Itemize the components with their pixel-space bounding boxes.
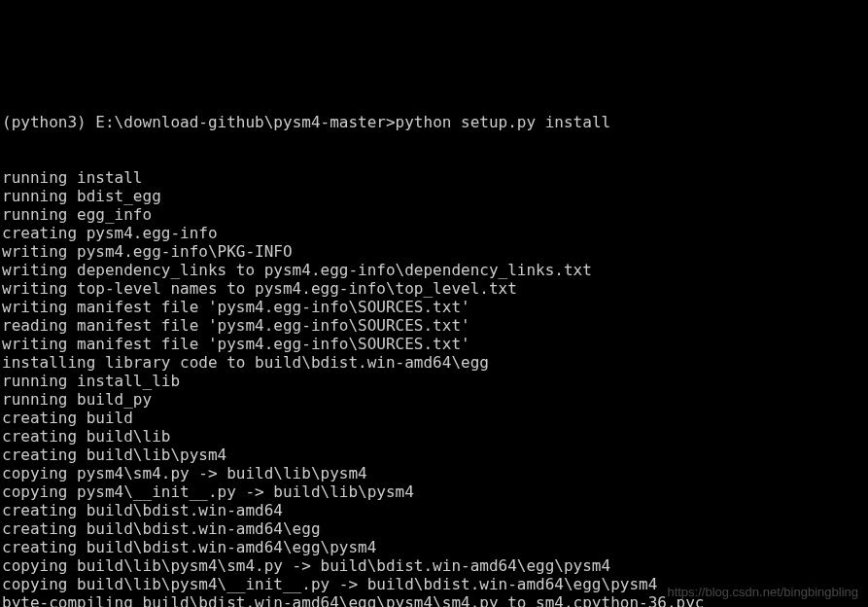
output-line: installing library code to build\bdist.w… — [2, 353, 868, 372]
command-text: python setup.py install — [396, 113, 611, 131]
watermark: https://blog.csdn.net/bingbingbling — [667, 583, 858, 601]
output-line: writing manifest file 'pysm4.egg-info\SO… — [2, 298, 868, 316]
terminal-output[interactable]: (python3) E:\download-github\pysm4-maste… — [0, 74, 868, 607]
output-line: reading manifest file 'pysm4.egg-info\SO… — [2, 316, 868, 335]
output-line: writing top-level names to pysm4.egg-inf… — [2, 279, 868, 298]
prompt-path: E:\download-github\pysm4-master> — [95, 113, 395, 131]
output-line: running bdist_egg — [2, 187, 868, 205]
output-line: creating build\bdist.win-amd64\egg — [2, 519, 868, 538]
output-line: writing dependency_links to pysm4.egg-in… — [2, 261, 868, 279]
prompt-env: (python3) — [2, 113, 87, 131]
output-line: running install — [2, 168, 868, 187]
prompt-line: (python3) E:\download-github\pysm4-maste… — [2, 113, 868, 131]
output-line: running install_lib — [2, 372, 868, 390]
output-line: creating build\lib\pysm4 — [2, 446, 868, 464]
output-line: creating build\bdist.win-amd64 — [2, 501, 868, 519]
output-line: running egg_info — [2, 205, 868, 224]
output-line: copying build\lib\pysm4\sm4.py -> build\… — [2, 556, 868, 575]
output-line: running build_py — [2, 390, 868, 409]
output-line: writing manifest file 'pysm4.egg-info\SO… — [2, 335, 868, 353]
output-line: creating build — [2, 409, 868, 427]
output-line: creating build\lib — [2, 427, 868, 446]
output-lines-container: running installrunning bdist_eggrunning … — [2, 168, 868, 607]
output-line: creating pysm4.egg-info — [2, 224, 868, 242]
output-line: creating build\bdist.win-amd64\egg\pysm4 — [2, 538, 868, 556]
output-line: copying pysm4\sm4.py -> build\lib\pysm4 — [2, 464, 868, 482]
output-line: writing pysm4.egg-info\PKG-INFO — [2, 242, 868, 261]
output-line: copying pysm4\__init__.py -> build\lib\p… — [2, 482, 868, 501]
